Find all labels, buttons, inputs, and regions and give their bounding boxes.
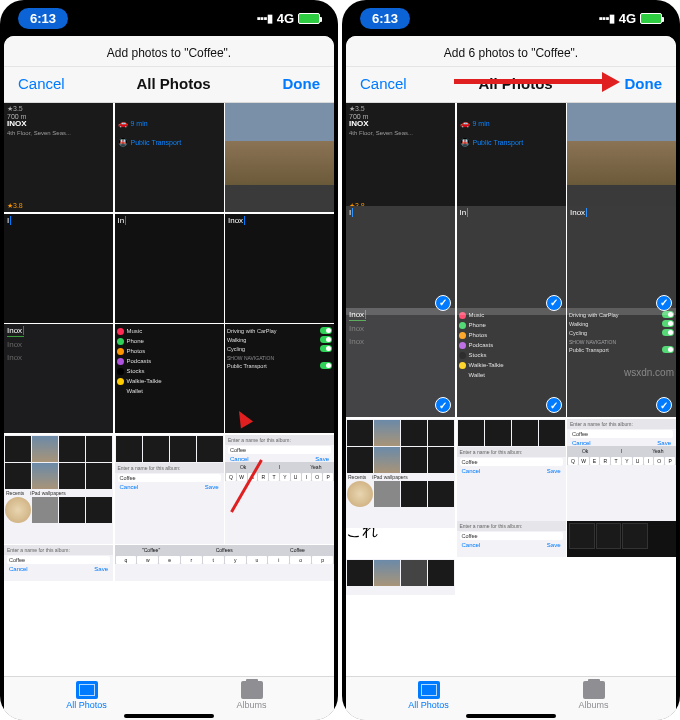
venue-address: 4th Floor, Seven Seas... <box>349 130 453 136</box>
home-indicator[interactable] <box>124 714 214 718</box>
photo-cell-selected[interactable]: Music Phone Photos Podcasts Stocks Walki… <box>457 308 566 417</box>
photo-cell[interactable]: Inox <box>225 214 334 323</box>
photo-picker-sheet: Add 6 photos to "Coffee". Cancel All Pho… <box>346 36 676 720</box>
toggle-icon <box>320 327 332 334</box>
network-label: 4G <box>619 11 636 26</box>
signal-icon: ▪▪▪▮ <box>599 12 615 25</box>
photo-cell[interactable]: Enter a name for this album: Coffee Canc… <box>225 435 334 544</box>
annotation-arrowhead-icon <box>602 72 620 92</box>
photo-cell[interactable] <box>225 103 334 212</box>
photo-cell[interactable]: In <box>115 214 224 323</box>
photo-cell[interactable]: Inox Inox Inox <box>4 324 113 433</box>
toggle-icon <box>662 311 674 318</box>
toggle-icon <box>320 362 332 369</box>
cancel-button[interactable]: Cancel <box>360 75 407 92</box>
toggle-icon <box>662 346 674 353</box>
photo-grid[interactable]: ★3.5700 m INOX 4th Floor, Seven Seas... … <box>346 103 676 676</box>
clock-time: 6:13 <box>18 8 68 29</box>
photo-cell[interactable]: RecentsiPad wallpapers <box>346 419 455 528</box>
status-bar: 6:13 ▪▪▪▮ 4G <box>342 0 680 36</box>
venue-name: INOX <box>349 119 369 128</box>
done-button[interactable]: Done <box>625 75 663 92</box>
check-icon <box>656 295 672 311</box>
toggle-icon <box>320 336 332 343</box>
status-bar: 6:13 ▪▪▪▮ 4G <box>0 0 338 36</box>
cancel-button[interactable]: Cancel <box>18 75 65 92</box>
clock-time: 6:13 <box>360 8 410 29</box>
watermark-text: wsxdn.com <box>624 367 674 378</box>
network-label: 4G <box>277 11 294 26</box>
signal-icon: ▪▪▪▮ <box>257 12 273 25</box>
photo-cell-selected[interactable]: I <box>346 206 455 315</box>
photo-cell[interactable] <box>567 521 676 557</box>
photo-cell-selected[interactable]: Driving with CarPlay Walking Cycling SHO… <box>567 308 676 417</box>
rating-label: ★3.5700 m <box>349 105 368 120</box>
tab-albums[interactable]: Albums <box>169 681 334 710</box>
check-icon <box>546 295 562 311</box>
photo-cell[interactable]: Enter a name for this album: Coffee Canc… <box>457 419 566 528</box>
annotation-arrow-icon <box>454 79 604 84</box>
check-icon <box>656 397 672 413</box>
drive-time: 9 min <box>115 117 224 130</box>
albums-icon <box>583 681 605 699</box>
left-screenshot: 6:13 ▪▪▪▮ 4G Add photos to "Coffee". Can… <box>0 0 338 720</box>
sheet-header: Cancel All Photos Done <box>4 67 334 103</box>
check-icon <box>546 397 562 413</box>
photos-icon <box>76 681 98 699</box>
photo-cell[interactable]: Enter a name for this album: Coffee Canc… <box>115 435 224 544</box>
tab-albums[interactable]: Albums <box>511 681 676 710</box>
keyboard-row-lower: qwertyuiop <box>115 555 335 564</box>
photo-cell[interactable]: 9 min Public Transport <box>115 103 224 212</box>
toggle-icon <box>320 345 332 352</box>
photo-cell[interactable]: Enter a name for this album: Coffee Canc… <box>4 545 113 581</box>
keyboard-row: QWERTYUIOP <box>225 472 334 481</box>
right-screenshot: 6:13 ▪▪▪▮ 4G Add 6 photos to "Coffee". C… <box>342 0 680 720</box>
photo-cell[interactable]: ★3.5700 m INOX 4th Floor, Seven Seas... … <box>346 103 455 212</box>
venue-name: INOX <box>7 119 27 128</box>
photo-cell[interactable]: "Coffee"CoffeesCoffee qwertyuiop <box>115 545 335 581</box>
rating-label: ★3.5700 m <box>7 105 26 120</box>
battery-icon <box>298 13 320 24</box>
check-icon <box>435 295 451 311</box>
public-transport: Public Transport <box>115 136 224 149</box>
tab-all-photos[interactable]: All Photos <box>346 681 511 710</box>
photo-cell-selected[interactable]: In <box>457 206 566 315</box>
photo-grid[interactable]: ★3.5700 m INOX 4th Floor, Seven Seas... … <box>4 103 334 676</box>
tab-all-photos[interactable]: All Photos <box>4 681 169 710</box>
photo-cell[interactable] <box>567 103 676 212</box>
photo-cell[interactable]: Music Phone Photos Podcasts Stocks Walki… <box>115 324 224 433</box>
photo-cell[interactable]: Enter a name for this album: Coffee Canc… <box>567 419 676 528</box>
photo-cell[interactable]: RecentsiPad wallpapers <box>4 435 113 544</box>
done-button[interactable]: Done <box>283 75 321 92</box>
albums-icon <box>241 681 263 699</box>
keyboard-row: QWERTYUIOP <box>567 456 676 465</box>
photo-cell[interactable]: 9 min Public Transport <box>457 103 566 212</box>
toggle-icon <box>662 320 674 327</box>
photos-icon <box>418 681 440 699</box>
sheet-subtitle: Add 6 photos to "Coffee". <box>346 36 676 67</box>
photo-cell-selected[interactable]: Inox Inox Inox <box>346 308 455 417</box>
sheet-subtitle: Add photos to "Coffee". <box>4 36 334 67</box>
photo-cell[interactable]: ★3.5700 m INOX 4th Floor, Seven Seas... … <box>4 103 113 212</box>
picker-title[interactable]: All Photos <box>137 75 211 92</box>
battery-icon <box>640 13 662 24</box>
photo-picker-sheet: Add photos to "Coffee". Cancel All Photo… <box>4 36 334 720</box>
photo-cell-selected[interactable]: Inox <box>567 206 676 315</box>
toggle-icon <box>662 329 674 336</box>
check-icon <box>435 397 451 413</box>
venue-address: 4th Floor, Seven Seas... <box>7 130 111 136</box>
photo-cell[interactable]: Enter a name for this album: Coffee Canc… <box>457 521 566 557</box>
sheet-header: Cancel All Photos Done <box>346 67 676 103</box>
photo-cell[interactable] <box>346 559 455 595</box>
photo-cell[interactable]: I <box>4 214 113 323</box>
home-indicator[interactable] <box>466 714 556 718</box>
